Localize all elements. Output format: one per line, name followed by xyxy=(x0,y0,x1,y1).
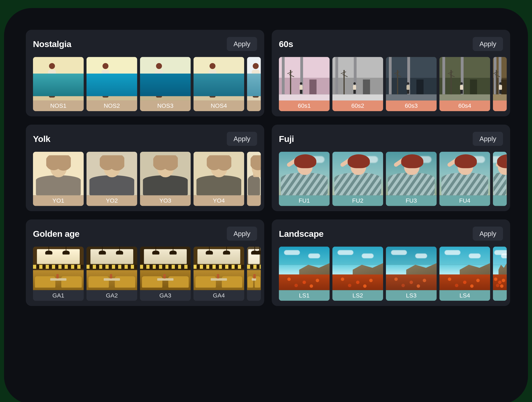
preset-FU3[interactable]: FU3 xyxy=(386,152,437,206)
preset-thumbnail xyxy=(279,247,329,290)
preset-row[interactable]: NOS1NOS2NOS3NOS4 xyxy=(33,57,264,111)
preset-thumbnail xyxy=(87,57,137,100)
preset-FU4[interactable]: FU4 xyxy=(439,152,490,206)
preset-row[interactable]: LS1LS2LS3LS4 xyxy=(279,247,510,301)
preset-LS2[interactable]: LS2 xyxy=(332,247,383,301)
preset-label: YO2 xyxy=(87,195,137,206)
apply-button-nostalgia[interactable]: Apply xyxy=(227,37,257,51)
preset-thumbnail xyxy=(493,152,507,195)
preset-label: LS4 xyxy=(439,290,490,301)
preset-thumbnail xyxy=(33,152,84,195)
preset-label xyxy=(247,100,261,111)
preset-label xyxy=(247,290,261,301)
pack-title: 60s xyxy=(279,39,293,49)
preset-label: 60s4 xyxy=(439,100,490,111)
pack-title: Yolk xyxy=(33,134,50,144)
preset-GA2[interactable]: GA2 xyxy=(87,247,137,301)
apply-button-sixties[interactable]: Apply xyxy=(473,37,503,51)
preset-thumbnail xyxy=(87,152,137,195)
preset-label: NOS1 xyxy=(33,100,84,111)
pack-card-golden-age: Golden ageApplyGA1GA2GA3GA4 xyxy=(26,219,264,306)
preset-NOS1[interactable]: NOS1 xyxy=(33,57,84,111)
preset-row[interactable]: FU1FU2FU3FU4 xyxy=(279,152,510,206)
preset-thumbnail xyxy=(332,247,383,290)
preset-thumbnail xyxy=(439,247,490,290)
preset-NOS2[interactable]: NOS2 xyxy=(87,57,137,111)
preset-60s4[interactable]: 60s4 xyxy=(439,57,490,111)
preset-GA4[interactable]: GA4 xyxy=(194,247,244,301)
preset-thumbnail xyxy=(194,247,244,290)
pack-title: Landscape xyxy=(279,229,323,239)
preset-label: GA2 xyxy=(87,290,137,301)
preset-thumbnail xyxy=(140,247,191,290)
preset-thumbnail xyxy=(493,247,507,290)
pack-title: Nostalgia xyxy=(33,39,71,49)
preset-FU1[interactable]: FU1 xyxy=(279,152,329,206)
filter-packs-panel: NostalgiaApplyNOS1NOS2NOS3NOS460sApply60… xyxy=(4,8,528,402)
apply-button-fuji[interactable]: Apply xyxy=(473,132,503,146)
preset-label: 60s3 xyxy=(386,100,437,111)
preset-thumbnail xyxy=(194,57,244,100)
preset-thumbnail xyxy=(493,57,507,100)
preset-60s2[interactable]: 60s2 xyxy=(332,57,383,111)
pack-card-header: 60sApply xyxy=(279,37,510,51)
preset-thumbnail xyxy=(140,57,191,100)
preset-label: GA4 xyxy=(194,290,244,301)
pack-card-nostalgia: NostalgiaApplyNOS1NOS2NOS3NOS4 xyxy=(26,30,264,116)
preset-thumbnail xyxy=(439,152,490,195)
apply-button-landscape[interactable]: Apply xyxy=(473,227,503,241)
preset-label: LS1 xyxy=(279,290,329,301)
preset-thumbnail xyxy=(87,247,137,290)
preset-label: FU3 xyxy=(386,195,437,206)
preset-LS3[interactable]: LS3 xyxy=(386,247,437,301)
preset-GA1[interactable]: GA1 xyxy=(33,247,84,301)
preset-label xyxy=(493,290,507,301)
preset-LS4[interactable]: LS4 xyxy=(439,247,490,301)
preset-thumbnail xyxy=(33,57,84,100)
preset-YO3[interactable]: YO3 xyxy=(140,152,191,206)
preset-fuji-more[interactable] xyxy=(493,152,507,206)
preset-thumbnail xyxy=(332,57,383,100)
preset-LS1[interactable]: LS1 xyxy=(279,247,329,301)
preset-label: GA3 xyxy=(140,290,191,301)
preset-label: NOS2 xyxy=(87,100,137,111)
pack-card-landscape: LandscapeApplyLS1LS2LS3LS4 xyxy=(272,219,510,306)
preset-sixties-more[interactable] xyxy=(493,57,507,111)
preset-yolk-more[interactable] xyxy=(247,152,261,206)
preset-row[interactable]: YO1YO2YO3YO4 xyxy=(33,152,264,206)
pack-card-header: Golden ageApply xyxy=(33,227,264,241)
pack-card-header: NostalgiaApply xyxy=(33,37,264,51)
preset-label: NOS3 xyxy=(140,100,191,111)
preset-FU2[interactable]: FU2 xyxy=(332,152,383,206)
preset-label xyxy=(247,195,261,206)
preset-YO1[interactable]: YO1 xyxy=(33,152,84,206)
apply-button-golden-age[interactable]: Apply xyxy=(227,227,257,241)
pack-card-header: LandscapeApply xyxy=(279,227,510,241)
preset-label: LS3 xyxy=(386,290,437,301)
preset-thumbnail xyxy=(247,57,261,100)
preset-label: YO3 xyxy=(140,195,191,206)
preset-label: 60s1 xyxy=(279,100,329,111)
preset-GA3[interactable]: GA3 xyxy=(140,247,191,301)
preset-60s3[interactable]: 60s3 xyxy=(386,57,437,111)
pack-card-header: FujiApply xyxy=(279,132,510,146)
preset-nostalgia-more[interactable] xyxy=(247,57,261,111)
preset-row[interactable]: GA1GA2GA3GA4 xyxy=(33,247,264,301)
preset-YO4[interactable]: YO4 xyxy=(194,152,244,206)
preset-thumbnail xyxy=(247,152,261,195)
preset-thumbnail xyxy=(386,247,437,290)
preset-thumbnail xyxy=(279,152,329,195)
preset-label: FU2 xyxy=(332,195,383,206)
preset-row[interactable]: 60s160s260s360s4 xyxy=(279,57,510,111)
preset-NOS4[interactable]: NOS4 xyxy=(194,57,244,111)
apply-button-yolk[interactable]: Apply xyxy=(227,132,257,146)
preset-golden-age-more[interactable] xyxy=(247,247,261,301)
preset-label: FU4 xyxy=(439,195,490,206)
preset-thumbnail xyxy=(33,247,84,290)
preset-NOS3[interactable]: NOS3 xyxy=(140,57,191,111)
preset-thumbnail xyxy=(140,152,191,195)
pack-title: Golden age xyxy=(33,229,79,239)
preset-landscape-more[interactable] xyxy=(493,247,507,301)
preset-60s1[interactable]: 60s1 xyxy=(279,57,329,111)
preset-YO2[interactable]: YO2 xyxy=(87,152,137,206)
